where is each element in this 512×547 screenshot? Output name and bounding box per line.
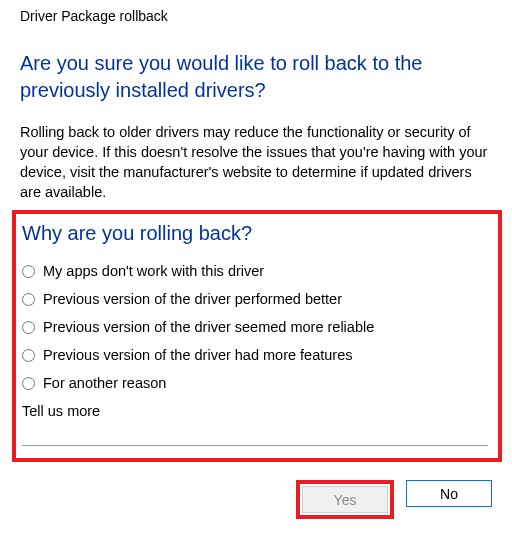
yes-button-highlight: Yes — [296, 480, 394, 519]
yes-button[interactable]: Yes — [302, 486, 388, 513]
reason-highlight-box: Why are you rolling back? My apps don't … — [12, 210, 502, 462]
reason-radio-0[interactable] — [22, 265, 35, 278]
reason-label-3: Previous version of the driver had more … — [43, 347, 352, 363]
reason-option-0[interactable]: My apps don't work with this driver — [22, 263, 488, 279]
main-heading: Are you sure you would like to roll back… — [20, 50, 492, 104]
tell-more-input[interactable] — [22, 423, 488, 446]
window-title: Driver Package rollback — [20, 8, 492, 34]
reason-option-4[interactable]: For another reason — [22, 375, 488, 391]
reason-radio-3[interactable] — [22, 349, 35, 362]
tell-more-label: Tell us more — [22, 403, 488, 419]
reason-radio-2[interactable] — [22, 321, 35, 334]
reason-option-2[interactable]: Previous version of the driver seemed mo… — [22, 319, 488, 335]
reason-label-1: Previous version of the driver performed… — [43, 291, 342, 307]
no-button[interactable]: No — [406, 480, 492, 507]
reason-radio-4[interactable] — [22, 377, 35, 390]
body-text: Rolling back to older drivers may reduce… — [20, 122, 492, 202]
reason-radio-1[interactable] — [22, 293, 35, 306]
reason-label-0: My apps don't work with this driver — [43, 263, 264, 279]
reason-label-2: Previous version of the driver seemed mo… — [43, 319, 374, 335]
button-row: Yes No — [20, 480, 492, 519]
reason-option-3[interactable]: Previous version of the driver had more … — [22, 347, 488, 363]
dialog-window: Driver Package rollback Are you sure you… — [0, 0, 512, 539]
reason-label-4: For another reason — [43, 375, 166, 391]
reason-option-1[interactable]: Previous version of the driver performed… — [22, 291, 488, 307]
reason-subheading: Why are you rolling back? — [22, 222, 488, 245]
